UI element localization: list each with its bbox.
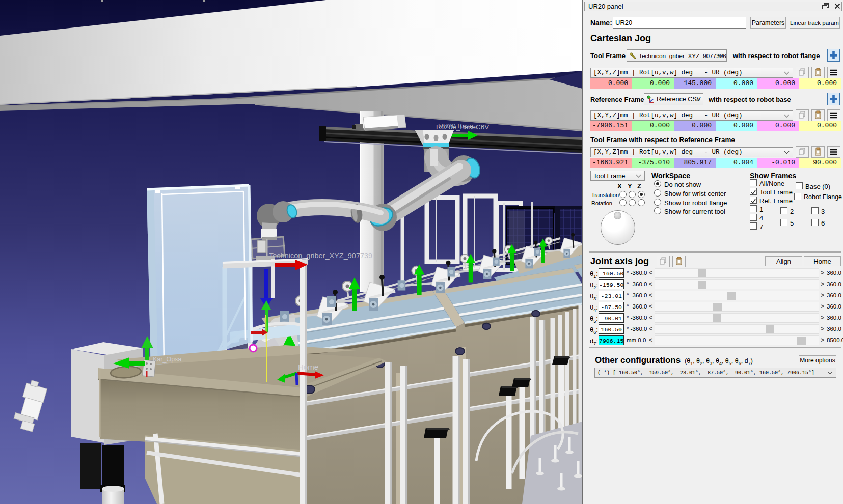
svg-text:Kar_Opsa: Kar_Opsa — [153, 356, 181, 363]
svg-text:Technicon_griber_XYZ_907739: Technicon_griber_XYZ_907739 — [269, 251, 372, 260]
svg-text:UR20 Base: UR20 Base — [438, 122, 473, 130]
svg-text:Home: Home — [298, 362, 318, 371]
